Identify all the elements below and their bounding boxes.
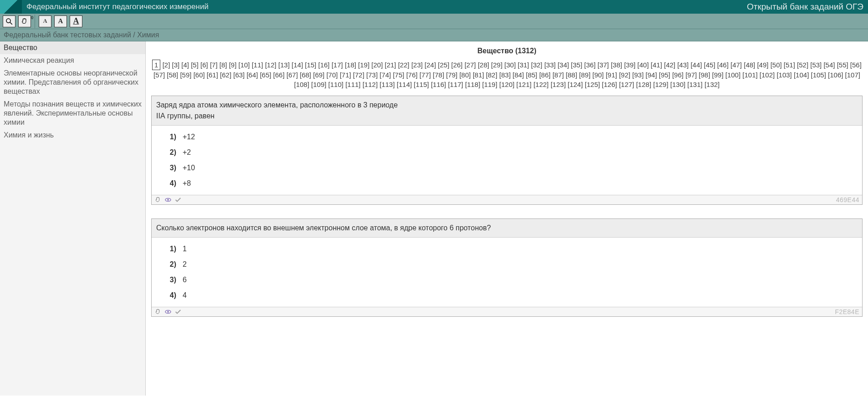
page-link[interactable]: [19] [358, 61, 369, 69]
page-link[interactable]: [107] [845, 71, 860, 79]
page-link[interactable]: [100] [725, 71, 740, 79]
page-link[interactable]: [113] [379, 81, 394, 88]
page-link[interactable]: [106] [828, 71, 843, 79]
page-link[interactable]: [14] [291, 61, 303, 69]
page-link[interactable]: [46] [717, 61, 729, 69]
mark-icon[interactable] [154, 308, 162, 315]
page-link[interactable]: [91] [606, 71, 617, 79]
page-link[interactable]: [126] [602, 81, 617, 88]
page-link[interactable]: [80] [460, 71, 471, 79]
page-link[interactable]: [31] [518, 61, 529, 69]
page-link[interactable]: [127] [619, 81, 634, 88]
page-link[interactable]: [116] [431, 81, 446, 88]
page-link[interactable]: [94] [646, 71, 657, 79]
page-link[interactable]: [120] [499, 81, 514, 88]
page-link[interactable]: [58] [167, 71, 178, 79]
page-link[interactable]: [84] [513, 71, 524, 79]
page-link[interactable]: [34] [557, 61, 569, 69]
page-link[interactable]: [71] [340, 71, 351, 79]
page-link[interactable]: [77] [419, 71, 431, 79]
page-link[interactable]: [66] [273, 71, 285, 79]
page-link[interactable]: [61] [207, 71, 218, 79]
page-link[interactable]: [64] [246, 71, 258, 79]
page-link[interactable]: [2] [163, 61, 170, 69]
page-link[interactable]: [50] [771, 61, 782, 69]
font-size-small-button[interactable]: A [39, 15, 51, 27]
page-link[interactable]: [109] [311, 81, 326, 88]
sidebar-item[interactable]: Элементарные основы неорганической химии… [0, 67, 145, 98]
page-link[interactable]: [115] [414, 81, 429, 88]
page-link[interactable]: [4] [181, 61, 189, 69]
sidebar-item[interactable]: Химическая реакция [0, 54, 145, 67]
page-link[interactable]: [45] [704, 61, 715, 69]
page-link[interactable]: [104] [794, 71, 809, 79]
page-link[interactable]: [114] [397, 81, 412, 88]
option-row[interactable]: 4)4 [152, 288, 862, 303]
page-link[interactable]: [87] [552, 71, 564, 79]
sidebar-item[interactable]: Вещество [0, 41, 145, 54]
page-link[interactable]: [37] [597, 61, 609, 69]
page-link[interactable]: [121] [516, 81, 531, 88]
page-link[interactable]: [55] [837, 61, 848, 69]
page-link[interactable]: [12] [265, 61, 276, 69]
page-link[interactable]: [38] [611, 61, 622, 69]
eye-icon[interactable] [164, 196, 172, 203]
page-link[interactable]: [128] [636, 81, 651, 88]
page-link[interactable]: [32] [531, 61, 542, 69]
page-link[interactable]: [123] [551, 81, 566, 88]
page-link[interactable]: [117] [448, 81, 463, 88]
page-link[interactable]: [88] [566, 71, 577, 79]
option-row[interactable]: 1)1 [152, 241, 862, 257]
page-link[interactable]: [60] [194, 71, 205, 79]
page-link[interactable]: [27] [465, 61, 476, 69]
page-link[interactable]: [33] [544, 61, 556, 69]
page-link[interactable]: [65] [260, 71, 271, 79]
eye-icon[interactable] [164, 308, 172, 315]
page-link[interactable]: [51] [784, 61, 795, 69]
page-link[interactable]: [62] [220, 71, 231, 79]
page-link[interactable]: [6] [200, 61, 208, 69]
font-size-medium-button[interactable]: A [54, 15, 67, 27]
page-link[interactable]: [57] [153, 71, 165, 79]
page-link[interactable]: [105] [811, 71, 826, 79]
page-link[interactable]: [102] [760, 71, 775, 79]
page-link[interactable]: [42] [664, 61, 675, 69]
page-link[interactable]: [53] [810, 61, 822, 69]
page-link[interactable]: [81] [473, 71, 484, 79]
check-icon[interactable] [174, 308, 182, 315]
page-link[interactable]: [67] [286, 71, 298, 79]
page-link[interactable]: [8] [220, 61, 227, 69]
page-link[interactable]: [70] [327, 71, 338, 79]
font-size-large-button[interactable]: A [70, 15, 82, 27]
page-link[interactable]: [69] [313, 71, 324, 79]
page-link[interactable]: [112] [363, 81, 378, 88]
page-link[interactable]: [24] [424, 61, 436, 69]
page-link[interactable]: [89] [579, 71, 591, 79]
page-link[interactable]: [99] [712, 71, 724, 79]
page-link[interactable]: [56] [850, 61, 862, 69]
page-link[interactable]: [131] [687, 81, 702, 88]
page-link[interactable]: [74] [379, 71, 391, 79]
option-row[interactable]: 3)+10 [152, 160, 862, 176]
page-link[interactable]: [13] [278, 61, 290, 69]
page-link[interactable]: [40] [638, 61, 649, 69]
page-link[interactable]: [110] [328, 81, 343, 88]
page-link[interactable]: [86] [539, 71, 551, 79]
page-link[interactable]: [101] [742, 71, 757, 79]
selection-button[interactable]: 0 [18, 15, 31, 27]
page-link[interactable]: [22] [398, 61, 409, 69]
page-link[interactable]: [52] [797, 61, 808, 69]
page-link[interactable]: [9] [229, 61, 237, 69]
page-link[interactable]: [28] [478, 61, 489, 69]
page-link[interactable]: [63] [233, 71, 245, 79]
page-link[interactable]: [82] [486, 71, 497, 79]
page-link[interactable]: [30] [505, 61, 516, 69]
page-link[interactable]: [125] [585, 81, 600, 88]
page-link[interactable]: [79] [446, 71, 458, 79]
page-link[interactable]: [47] [730, 61, 742, 69]
option-row[interactable]: 4)+8 [152, 176, 862, 191]
option-row[interactable]: 3)6 [152, 272, 862, 288]
page-link[interactable]: [26] [451, 61, 463, 69]
page-link[interactable]: [119] [482, 81, 497, 88]
page-link[interactable]: [90] [592, 71, 604, 79]
